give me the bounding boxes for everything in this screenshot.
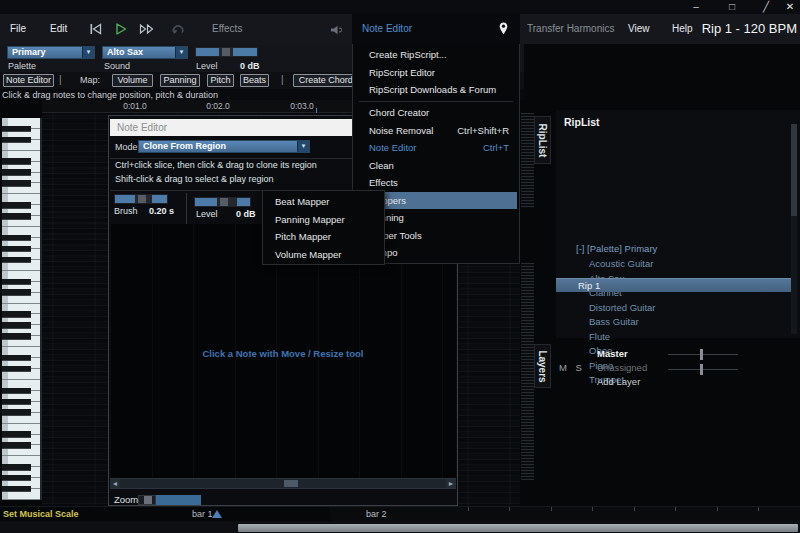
piano-black-key[interactable] [2, 158, 31, 165]
menu-item-clean[interactable]: Clean [355, 157, 517, 175]
piano-black-key[interactable] [2, 442, 31, 449]
piano-black-key[interactable] [2, 366, 31, 373]
piano-black-key[interactable] [2, 399, 31, 406]
master-pan-track[interactable] [668, 354, 738, 355]
layer-unassigned[interactable]: Unassigned [597, 362, 647, 373]
add-layer-button[interactable]: Add Layer [597, 376, 640, 387]
panel-level-slider[interactable] [194, 197, 251, 207]
tab-note-editor[interactable]: Note Editor [3, 74, 54, 87]
tab-riplist[interactable]: RipList [534, 116, 551, 164]
piano-black-key[interactable] [2, 257, 31, 264]
panel-level-slider-thumb[interactable] [217, 198, 237, 206]
mute-solo-header[interactable]: M S [559, 362, 585, 373]
scroll-left-icon[interactable]: ◄ [110, 479, 120, 488]
piano-black-key[interactable] [2, 355, 31, 362]
map-panning-button[interactable]: Panning [160, 74, 200, 87]
menu-item-note-editor[interactable]: Note EditorCtrl+T [355, 139, 517, 157]
riplist-selected-rip[interactable]: Rip 1 [556, 278, 792, 292]
zoom-slider-fill[interactable] [156, 495, 201, 505]
scrollbar-thumb[interactable] [238, 524, 798, 532]
level-slider[interactable] [195, 47, 258, 57]
riplist-palette-row[interactable]: [-] [Palette] Primary [576, 242, 657, 255]
menu-item-ripscript-editor[interactable]: RipScript Editor [355, 64, 517, 82]
submenu-item-beat-mapper[interactable]: Beat Mapper [265, 193, 382, 211]
piano-keyboard[interactable] [2, 118, 42, 500]
map-pitch-button[interactable]: Pitch [207, 74, 234, 87]
piano-black-key[interactable] [2, 246, 31, 253]
zoom-slider-thumb[interactable] [144, 496, 152, 504]
piano-black-key[interactable] [2, 235, 31, 242]
piano-black-key[interactable] [2, 279, 31, 286]
skip-to-start-icon[interactable] [89, 23, 102, 37]
panel-horizontal-scrollbar[interactable]: ◄ ► [110, 478, 456, 489]
master-pan-thumb[interactable] [700, 349, 703, 360]
piano-black-key[interactable] [2, 486, 31, 493]
piano-black-key[interactable] [2, 289, 31, 296]
bar-marker-icon[interactable] [212, 510, 222, 518]
pin-icon[interactable] [499, 22, 508, 37]
menu-view[interactable]: View [628, 14, 650, 44]
menu-help[interactable]: Help [672, 14, 693, 44]
brush-slider[interactable] [114, 194, 168, 204]
piano-black-key[interactable] [2, 311, 31, 318]
level-slider-thumb[interactable] [219, 48, 233, 56]
sound-dropdown[interactable]: Alto Sax ▼ [102, 46, 188, 59]
menu-transfer-harmonics[interactable]: Transfer Harmonics [527, 14, 614, 44]
menu-item-noise-removal[interactable]: Noise RemovalCtrl+Shift+R [355, 122, 517, 140]
submenu-item-volume-mapper[interactable]: Volume Mapper [265, 246, 382, 264]
overview-strip[interactable] [521, 113, 534, 480]
map-beats-button[interactable]: Beats [240, 74, 269, 87]
piano-black-key[interactable] [2, 431, 31, 438]
zoom-slider[interactable] [138, 495, 156, 505]
menu-file[interactable]: File [10, 14, 26, 44]
piano-black-key[interactable] [2, 322, 31, 329]
riplist-item[interactable]: Bass Guitar [589, 315, 639, 328]
piano-black-key[interactable] [2, 409, 31, 416]
menu-effects[interactable]: Effects [212, 14, 242, 44]
main-horizontal-scrollbar[interactable] [0, 521, 800, 533]
float-window-button[interactable]: ╱ [758, 0, 774, 14]
piano-black-key[interactable] [2, 464, 31, 471]
piano-black-key[interactable] [2, 180, 31, 187]
scroll-right-icon[interactable]: ► [446, 479, 456, 488]
piano-black-key[interactable] [2, 213, 31, 220]
submenu-item-panning-mapper[interactable]: Panning Mapper [265, 211, 382, 229]
map-volume-button[interactable]: Volume [112, 74, 153, 87]
bar-ruler: Set Musical Scale bar 1 bar 2 [0, 506, 800, 521]
brush-slider-thumb[interactable] [135, 195, 152, 203]
close-button[interactable]: ✕ [782, 0, 798, 14]
piano-black-key[interactable] [2, 475, 31, 482]
loop-icon[interactable] [171, 23, 185, 38]
open-menu-header[interactable]: Note Editor [352, 14, 520, 44]
riplist-scrollbar[interactable] [791, 124, 797, 334]
menu-edit[interactable]: Edit [50, 14, 67, 44]
menu-item-chord-creator[interactable]: Chord Creator [355, 104, 517, 122]
tab-layers[interactable]: Layers [534, 344, 551, 388]
mode-dropdown[interactable]: Clone From Region ▼ [138, 140, 310, 153]
set-musical-scale-button[interactable]: Set Musical Scale [3, 509, 79, 519]
menu-item-effects[interactable]: Effects [355, 174, 517, 192]
riplist-item[interactable]: Flute [589, 330, 610, 343]
menu-item-ripscript-downloads[interactable]: RipScript Downloads & Forum [355, 81, 517, 99]
piano-black-key[interactable] [2, 388, 31, 395]
riplist-item[interactable]: Distorted Guitar [589, 301, 656, 314]
fast-forward-icon[interactable] [139, 23, 154, 37]
piano-black-key[interactable] [2, 169, 31, 176]
menu-item-create-ripscript[interactable]: Create RipScript... [355, 46, 517, 64]
unassigned-pan-track[interactable] [668, 369, 738, 370]
palette-dropdown[interactable]: Primary ▼ [7, 46, 95, 59]
maximize-button[interactable]: □ [724, 0, 740, 14]
riplist-item[interactable]: Acoustic Guitar [589, 257, 653, 270]
scrollbar-thumb[interactable] [284, 480, 298, 487]
layer-master[interactable]: Master [597, 348, 628, 359]
piano-black-key[interactable] [2, 137, 31, 144]
scrollbar-thumb[interactable] [791, 124, 797, 216]
minimize-button[interactable]: – [688, 0, 704, 14]
speaker-icon[interactable] [330, 25, 342, 37]
unassigned-pan-thumb[interactable] [700, 364, 703, 375]
play-icon[interactable] [115, 23, 127, 37]
piano-black-key[interactable] [2, 126, 31, 133]
submenu-item-pitch-mapper[interactable]: Pitch Mapper [265, 228, 382, 246]
piano-black-key[interactable] [2, 333, 31, 340]
piano-black-key[interactable] [2, 202, 31, 209]
